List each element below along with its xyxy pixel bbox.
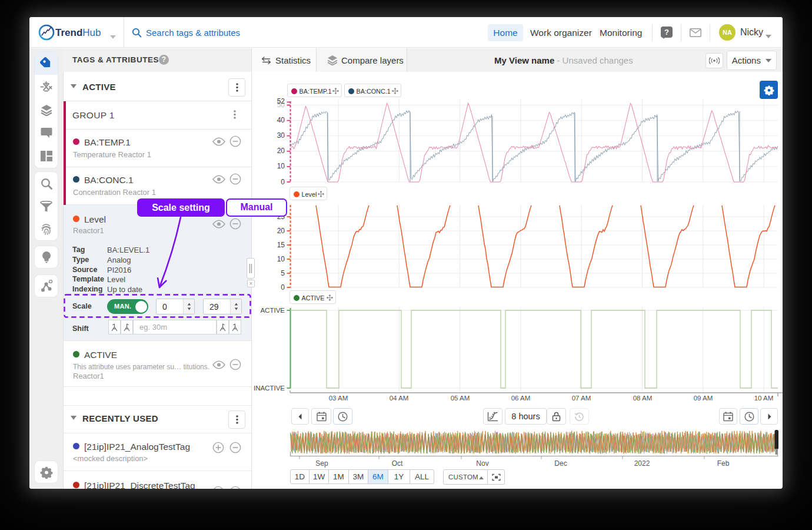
svg-text:Oct: Oct bbox=[392, 459, 403, 468]
svg-text:20: 20 bbox=[277, 147, 285, 155]
svg-text:0: 0 bbox=[281, 178, 285, 186]
svg-text:09 AM: 09 AM bbox=[694, 395, 713, 402]
svg-text:20: 20 bbox=[277, 227, 285, 235]
svg-text:52: 52 bbox=[277, 97, 285, 105]
svg-text:ACTIVE: ACTIVE bbox=[260, 307, 285, 314]
svg-text:5: 5 bbox=[281, 269, 285, 277]
svg-text:15: 15 bbox=[277, 241, 285, 249]
svg-text:04 AM: 04 AM bbox=[390, 395, 409, 402]
svg-text:03 AM: 03 AM bbox=[329, 395, 348, 402]
svg-text:2022: 2022 bbox=[634, 459, 650, 468]
svg-text:0: 0 bbox=[281, 283, 285, 292]
svg-text:INACTIVE: INACTIVE bbox=[254, 385, 285, 392]
svg-text:10 AM: 10 AM bbox=[754, 395, 774, 402]
svg-text:10: 10 bbox=[277, 255, 285, 263]
svg-text:Nov: Nov bbox=[476, 459, 488, 468]
svg-text:05 AM: 05 AM bbox=[451, 395, 470, 402]
svg-text:06 AM: 06 AM bbox=[511, 395, 531, 402]
svg-text:10: 10 bbox=[277, 162, 285, 170]
svg-text:07 AM: 07 AM bbox=[572, 395, 591, 402]
svg-text:Dec: Dec bbox=[554, 459, 567, 468]
svg-text:Feb: Feb bbox=[717, 459, 730, 468]
svg-text:Sep: Sep bbox=[315, 459, 328, 468]
svg-text:30: 30 bbox=[277, 131, 285, 140]
svg-text:40: 40 bbox=[277, 116, 285, 124]
svg-text:08 AM: 08 AM bbox=[633, 395, 653, 402]
